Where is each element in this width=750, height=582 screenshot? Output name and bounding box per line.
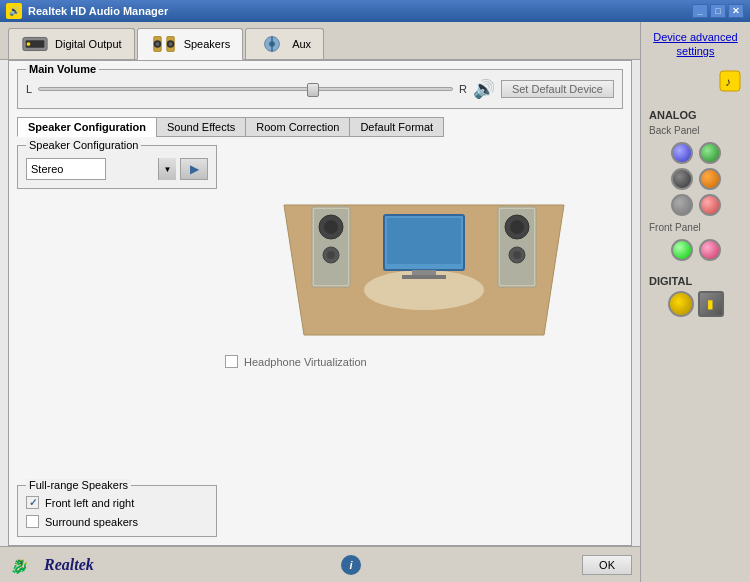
digital-section: DIGITAL ▮: [649, 275, 742, 317]
bottom-bar: 🐉 Realtek i OK: [0, 546, 640, 582]
tab-speakers-label: Speakers: [184, 38, 230, 50]
select-arrow-icon: ▼: [158, 158, 176, 180]
sub-tab-speaker-configuration[interactable]: Speaker Configuration: [17, 117, 156, 137]
jack-side-out[interactable]: [671, 194, 693, 216]
speaker-config-box: Speaker Configuration Stereo Quadraphoni…: [17, 145, 217, 189]
fullrange-item-1: Surround speakers: [26, 515, 208, 528]
realtek-text: Realtek: [44, 556, 94, 574]
device-advanced-settings-link[interactable]: Device advanced settings: [649, 30, 742, 59]
fullrange-item-0: ✓ Front left and right: [26, 496, 208, 509]
jack-center-sub[interactable]: [699, 168, 721, 190]
jack-mic-in[interactable]: [699, 194, 721, 216]
jack-front-out[interactable]: [699, 142, 721, 164]
volume-section: Main Volume L R 🔊 Set Default Device: [17, 69, 623, 109]
svg-point-27: [510, 220, 524, 234]
speakers-icon: [150, 33, 178, 55]
svg-point-23: [327, 251, 335, 259]
speaker-select-wrapper: Stereo Quadraphonic 5.1 Speaker 7.1 Spea…: [26, 158, 176, 180]
sub-tab-sound-effects[interactable]: Sound Effects: [156, 117, 245, 137]
aux-icon: [258, 33, 286, 55]
svg-text:♪: ♪: [725, 75, 731, 89]
front-panel-label: Front Panel: [649, 222, 742, 233]
close-button[interactable]: ✕: [728, 4, 744, 18]
right-panel: Device advanced settings ♪ ANALOG Back P…: [640, 22, 750, 582]
volume-row: L R 🔊 Set Default Device: [26, 78, 614, 100]
info-button[interactable]: i: [341, 555, 361, 575]
headphone-row: Headphone Virtualization: [225, 355, 623, 368]
sub-tab-default-format[interactable]: Default Format: [349, 117, 444, 137]
volume-slider-thumb[interactable]: [307, 83, 319, 97]
digital-output-icon: [21, 33, 49, 55]
digital-icons: ▮: [649, 291, 742, 317]
svg-text:🐉: 🐉: [9, 558, 31, 575]
fullrange-checkbox-0[interactable]: ✓: [26, 496, 39, 509]
front-panel-jacks: [649, 239, 742, 261]
speaker-content: Speaker Configuration Stereo Quadraphoni…: [17, 145, 623, 537]
volume-icon: 🔊: [473, 78, 495, 100]
back-panel-jacks-row3: [649, 194, 742, 216]
app-title: Realtek HD Audio Manager: [28, 5, 168, 17]
svg-point-5: [155, 42, 159, 46]
device-tab-bar: Digital Output Speakers: [0, 22, 640, 60]
jack-front-mic[interactable]: [699, 239, 721, 261]
back-panel-jacks-row1: [649, 142, 742, 164]
fullrange-label: Full-range Speakers: [26, 479, 131, 491]
back-panel-label: Back Panel: [649, 125, 742, 136]
maximize-button[interactable]: □: [710, 4, 726, 18]
fullrange-item-label-1: Surround speakers: [45, 516, 138, 528]
speaker-select[interactable]: Stereo Quadraphonic 5.1 Speaker 7.1 Spea…: [26, 158, 106, 180]
speaker-config-label: Speaker Configuration: [26, 139, 141, 151]
jack-line-in[interactable]: [671, 142, 693, 164]
svg-point-8: [168, 42, 172, 46]
main-container: Digital Output Speakers: [0, 22, 750, 582]
volume-section-label: Main Volume: [26, 63, 99, 75]
left-panel: Digital Output Speakers: [0, 22, 640, 582]
jack-rear-out[interactable]: [671, 168, 693, 190]
headphone-label: Headphone Virtualization: [244, 356, 367, 368]
play-icon: ▶: [190, 162, 199, 176]
set-default-button[interactable]: Set Default Device: [501, 80, 614, 98]
play-button[interactable]: ▶: [180, 158, 208, 180]
minimize-button[interactable]: _: [692, 4, 708, 18]
volume-left-label: L: [26, 83, 32, 95]
svg-point-21: [324, 220, 338, 234]
content-area: Main Volume L R 🔊 Set Default Device Spe…: [8, 60, 632, 546]
sub-tab-bar: Speaker Configuration Sound Effects Room…: [17, 117, 623, 137]
app-icon: 🔊: [6, 3, 22, 19]
fullrange-checkbox-1[interactable]: [26, 515, 39, 528]
fullrange-box: Full-range Speakers ✓ Front left and rig…: [17, 485, 217, 537]
realtek-logo-icon: 🐉: [8, 553, 38, 577]
room-svg: [225, 145, 623, 345]
svg-rect-15: [387, 218, 461, 264]
tab-aux[interactable]: Aux: [245, 28, 324, 59]
sub-tab-room-correction[interactable]: Room Correction: [245, 117, 349, 137]
tab-aux-label: Aux: [292, 38, 311, 50]
volume-right-label: R: [459, 83, 467, 95]
coax-jack[interactable]: [668, 291, 694, 317]
window-controls: _ □ ✕: [692, 4, 744, 18]
svg-rect-17: [402, 275, 446, 279]
digital-title: DIGITAL: [649, 275, 742, 287]
tab-digital-output-label: Digital Output: [55, 38, 122, 50]
headphone-checkbox[interactable]: [225, 355, 238, 368]
back-panel-jacks-row2: [649, 168, 742, 190]
speaker-controls: Speaker Configuration Stereo Quadraphoni…: [17, 145, 217, 537]
tab-digital-output[interactable]: Digital Output: [8, 28, 135, 59]
tab-speakers[interactable]: Speakers: [137, 28, 243, 60]
spacer: [17, 197, 217, 477]
note-icon: ♪: [649, 69, 742, 99]
fullrange-item-label-0: Front left and right: [45, 497, 134, 509]
jack-front-headphone[interactable]: [671, 239, 693, 261]
svg-point-29: [513, 251, 521, 259]
svg-point-2: [27, 42, 31, 46]
title-bar: 🔊 Realtek HD Audio Manager _ □ ✕: [0, 0, 750, 22]
speaker-visualization: Headphone Virtualization: [225, 145, 623, 537]
analog-title: ANALOG: [649, 109, 742, 121]
speaker-config-row: Stereo Quadraphonic 5.1 Speaker 7.1 Spea…: [26, 158, 208, 180]
ok-button[interactable]: OK: [582, 555, 632, 575]
volume-slider[interactable]: [38, 87, 453, 91]
realtek-logo: 🐉 Realtek: [8, 553, 120, 577]
optical-jack[interactable]: ▮: [698, 291, 724, 317]
analog-section: ANALOG Back Panel Front Panel: [649, 109, 742, 265]
